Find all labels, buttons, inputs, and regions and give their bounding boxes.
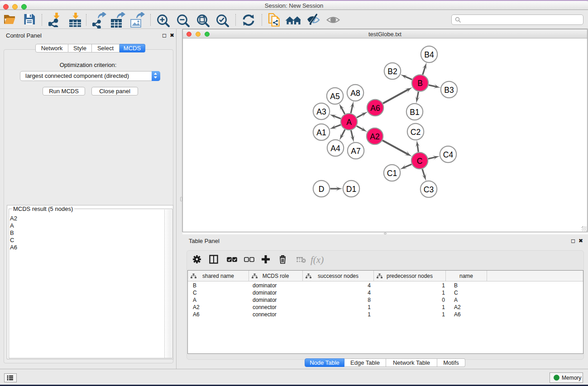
svg-text:C2: C2 xyxy=(411,128,421,137)
svg-text:B1: B1 xyxy=(410,108,419,117)
svg-text:D: D xyxy=(319,185,325,194)
svg-text:A8: A8 xyxy=(350,89,360,98)
svg-text:C4: C4 xyxy=(443,150,454,159)
svg-text:A4: A4 xyxy=(330,144,340,153)
svg-text:B: B xyxy=(417,79,423,88)
svg-text:A3: A3 xyxy=(316,107,326,116)
svg-text:B3: B3 xyxy=(444,86,454,95)
svg-text:A2: A2 xyxy=(370,132,379,141)
svg-text:A6: A6 xyxy=(370,104,380,113)
svg-text:B2: B2 xyxy=(387,67,397,76)
svg-text:A7: A7 xyxy=(351,147,360,156)
svg-text:B4: B4 xyxy=(424,50,434,59)
svg-text:A: A xyxy=(346,118,352,127)
svg-text:A1: A1 xyxy=(316,128,326,137)
svg-text:C3: C3 xyxy=(424,185,434,194)
svg-text:D1: D1 xyxy=(346,185,356,194)
svg-text:C1: C1 xyxy=(387,169,397,178)
svg-text:C: C xyxy=(417,157,423,166)
svg-text:A5: A5 xyxy=(330,92,339,101)
